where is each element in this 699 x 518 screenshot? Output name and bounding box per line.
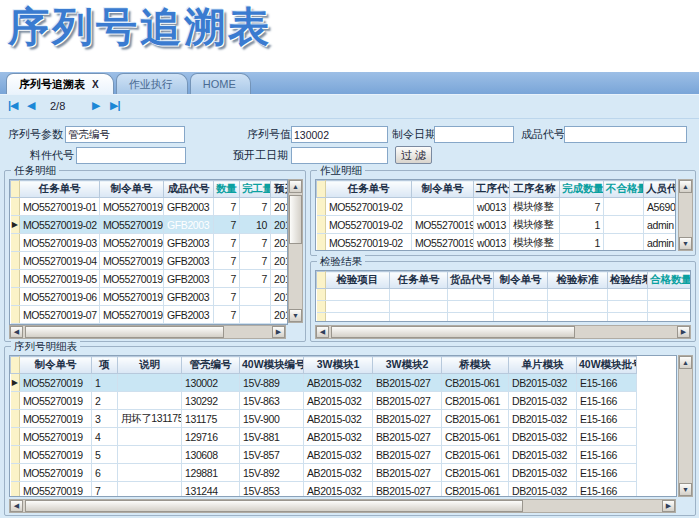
cell[interactable]: CB2015-061 (442, 482, 509, 498)
cell[interactable] (548, 289, 608, 301)
cell[interactable]: 2015-05 (271, 252, 289, 270)
cell[interactable]: 7 (560, 198, 604, 216)
cell[interactable]: 1 (560, 234, 604, 252)
scroll-down-icon[interactable]: ▼ (679, 483, 692, 496)
cell[interactable]: AB2015-032 (304, 374, 373, 392)
cell[interactable] (448, 313, 494, 323)
column-header[interactable]: 任务单号 (326, 181, 412, 198)
scrollbar-track[interactable] (23, 326, 272, 338)
cell[interactable]: 130002 (182, 374, 240, 392)
cell[interactable]: 模块修整 (510, 198, 560, 216)
column-header[interactable]: 数量 (214, 181, 240, 198)
column-header[interactable]: 检验项目 (326, 272, 390, 289)
scrollbar-track[interactable] (329, 326, 677, 338)
cell[interactable]: 2015-05 (271, 270, 289, 288)
scrollbar-thumb[interactable] (289, 195, 302, 244)
cell[interactable]: 15V-900 (240, 410, 304, 428)
cell[interactable]: AB2015-032 (304, 446, 373, 464)
column-header[interactable]: 桥模块 (442, 357, 509, 374)
scrollbar-track[interactable] (679, 193, 692, 237)
cell[interactable]: 15V-857 (240, 446, 304, 464)
cell[interactable]: E15-166 (577, 428, 637, 446)
column-header[interactable]: 检验结果 (608, 272, 648, 289)
table-row[interactable]: MO55270019612988115V-892AB2015-032BB2015… (11, 464, 637, 482)
table-row[interactable]: MO55270019-07MO55270019GFB200372015-05 (11, 306, 289, 324)
column-header[interactable]: 任务单号 (20, 181, 100, 198)
material-code-input[interactable] (76, 147, 186, 164)
cell[interactable] (648, 301, 692, 313)
product-code-input[interactable] (564, 126, 687, 143)
cell[interactable] (118, 392, 182, 410)
cell[interactable]: MO55270019 (100, 306, 164, 324)
vertical-scrollbar[interactable]: ▲ ▼ (288, 179, 303, 323)
cell[interactable] (494, 301, 548, 313)
cell[interactable] (548, 301, 608, 313)
cell[interactable]: DB2015-032 (509, 446, 577, 464)
cell[interactable]: A5690 (644, 198, 677, 216)
cell[interactable]: 2015-05 (271, 234, 289, 252)
table-row[interactable]: MO55270019-06MO55270019GFB200372015-05 (11, 288, 289, 306)
cell[interactable]: MO55270019-05 (20, 270, 100, 288)
table-row[interactable] (317, 289, 692, 301)
cell[interactable]: 7 (214, 306, 240, 324)
cell[interactable]: 6 (92, 464, 118, 482)
cell[interactable]: DB2015-032 (509, 392, 577, 410)
cell[interactable] (604, 216, 644, 234)
cell[interactable]: AB2015-032 (304, 410, 373, 428)
scroll-down-icon[interactable]: ▼ (289, 309, 302, 322)
cell[interactable] (648, 313, 692, 323)
cell[interactable]: 3 (92, 410, 118, 428)
prev-page-icon[interactable]: ◀ (27, 99, 34, 112)
cell[interactable]: 模块修整 (510, 234, 560, 252)
cell[interactable] (390, 289, 448, 301)
cell[interactable]: 7 (214, 288, 240, 306)
scroll-left-icon[interactable]: ◀ (10, 326, 23, 338)
scroll-left-icon[interactable]: ◀ (10, 500, 23, 512)
cell[interactable]: MO55270019 (20, 482, 92, 498)
cell[interactable]: 1 (92, 374, 118, 392)
cell[interactable] (390, 313, 448, 323)
column-header[interactable]: 工序名称 (510, 181, 560, 198)
cell[interactable]: BB2015-027 (373, 464, 442, 482)
cell[interactable]: CB2015-061 (442, 410, 509, 428)
cell[interactable]: GFB2003 (164, 270, 214, 288)
cell[interactable]: 2015-05 (271, 216, 289, 234)
cell[interactable] (604, 198, 644, 216)
cell[interactable]: 7 (240, 270, 271, 288)
cell[interactable]: 7 (214, 270, 240, 288)
cell[interactable] (326, 301, 390, 313)
cell[interactable] (604, 234, 644, 252)
cell[interactable]: 模块修整 (510, 216, 560, 234)
cell[interactable]: 7 (214, 252, 240, 270)
cell[interactable] (448, 301, 494, 313)
scroll-right-icon[interactable]: ▶ (662, 500, 675, 512)
cell[interactable] (118, 464, 182, 482)
scrollbar-thumb[interactable] (25, 326, 224, 338)
table-row[interactable]: MO55270019-03MO55270019GFB2003772015-05 (11, 234, 289, 252)
cell[interactable] (390, 301, 448, 313)
table-row[interactable]: MO55270019-04MO55270019GFB2003772015-05 (11, 252, 289, 270)
cell[interactable]: MO55270019-02 (326, 234, 412, 252)
cell[interactable]: 2015-05 (271, 306, 289, 324)
column-header[interactable]: 项 (92, 357, 118, 374)
column-header[interactable]: 制令单号 (412, 181, 474, 198)
cell[interactable]: E15-166 (577, 392, 637, 410)
scrollbar-track[interactable] (289, 193, 302, 309)
cell[interactable] (608, 313, 648, 323)
column-header[interactable]: 完工量 (240, 181, 271, 198)
cell[interactable] (648, 289, 692, 301)
cell[interactable]: 15V-892 (240, 464, 304, 482)
cell[interactable]: 130608 (182, 446, 240, 464)
table-row[interactable]: MO55270019-02MO55270019w0013模块修整1adminV1… (317, 216, 677, 234)
cell[interactable]: BB2015-027 (373, 392, 442, 410)
table-row[interactable] (317, 301, 692, 313)
cell[interactable]: MO55270019 (20, 392, 92, 410)
cell[interactable]: MO55270019-02 (326, 198, 412, 216)
cell[interactable]: MO55270019 (20, 410, 92, 428)
cell[interactable]: MO55270019-01 (20, 198, 100, 216)
column-header[interactable]: 任务单号 (390, 272, 448, 289)
next-page-icon[interactable]: ▶ (92, 99, 99, 112)
column-header[interactable]: 完成数量 (560, 181, 604, 198)
cell[interactable]: admin (644, 216, 677, 234)
cell[interactable]: MO55270019-07 (20, 306, 100, 324)
